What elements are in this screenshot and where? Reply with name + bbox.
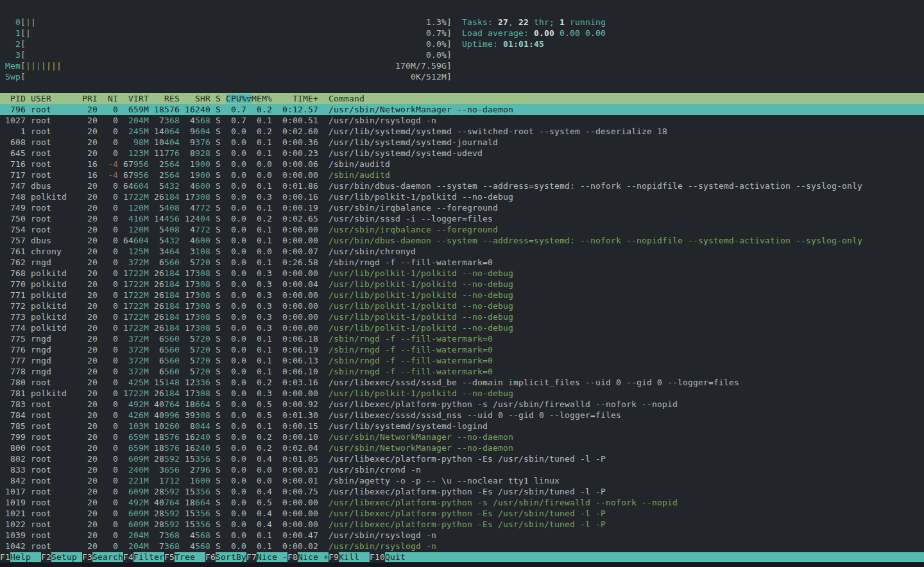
process-command: /usr/bin/dbus-daemon --system --address=… [329,181,862,191]
fkey-f1[interactable]: F1Help [0,552,41,562]
process-command: /usr/libexec/platform-python -s /usr/sbi… [329,399,678,409]
process-command: /sbin/rngd -f --fill-watermark=0 [329,345,493,354]
column-header-user[interactable]: USER [31,94,77,103]
process-row-1[interactable]: 1 root 20 0 245M 14064 9604 S 0.0 0.2 0:… [0,126,924,137]
process-row-645[interactable]: 645 root 20 0 123M 11776 8928 S 0.0 0.1 … [0,148,924,159]
process-command: /usr/libexec/sssd/sssd_nss --uid 0 --gid… [329,410,621,420]
cpu-0-meter: 0[|| 1.3%] [0,17,452,28]
process-command: /sbin/auditd [329,159,390,169]
process-command: /sbin/agetty -o -p -- \u --noclear tty1 … [329,476,560,485]
process-command: /usr/lib/systemd/systemd --switched-root… [329,126,667,136]
fkey-f10[interactable]: F10Quit [370,552,416,562]
column-header-cpu[interactable]: CPU%▽ [226,94,252,103]
process-row-1042[interactable]: 1042 root 20 0 204M 7368 4568 S 0.0 0.1 … [0,541,924,552]
process-row-777[interactable]: 777 rngd 20 0 372M 6560 5720 S 0.0 0.1 0… [0,355,924,366]
process-command: /usr/lib/polkit-1/polkitd --no-debug [329,388,513,398]
process-row-783[interactable]: 783 root 20 0 492M 40764 18664 S 0.0 0.5… [0,399,924,410]
process-rows: 796 root 20 0 659M 18576 16240 S 0.7 0.2… [0,104,924,552]
process-row-772[interactable]: 772 polkitd 20 0 1722M 26184 17308 S 0.0… [0,301,924,311]
process-row-750[interactable]: 750 root 20 0 416M 14456 12404 S 0.0 0.2… [0,213,924,224]
process-command: /usr/sbin/NetworkManager --no-daemon [329,105,513,114]
process-row-770[interactable]: 770 polkitd 20 0 1722M 26184 17308 S 0.0… [0,279,924,290]
process-row-784[interactable]: 784 root 20 0 426M 40996 39308 S 0.0 0.5… [0,410,924,421]
process-row-748[interactable]: 748 polkitd 20 0 1722M 26184 17308 S 0.0… [0,191,924,202]
process-command: /usr/sbin/irqbalance --foreground [329,203,498,213]
process-row-1019[interactable]: 1019 root 20 0 492M 40764 18664 S 0.0 0.… [0,497,924,508]
process-row-776[interactable]: 776 rngd 20 0 372M 6560 5720 S 0.0 0.1 0… [0,344,924,355]
cpu-1-meter: 1[| 0.7%] [0,28,452,39]
process-command: /usr/lib/polkit-1/polkitd --no-debug [329,290,513,300]
column-header-pri[interactable]: PRI [82,94,98,103]
column-header-mem[interactable]: MEM% [252,94,272,103]
column-header-res[interactable]: RES [154,94,180,103]
tasks-summary: Tasks: 27, 22 thr; 1 running [462,17,606,28]
process-command: /usr/lib/polkit-1/polkitd --no-debug [329,323,513,333]
process-row-842[interactable]: 842 root 20 0 221M 1712 1600 S 0.0 0.0 0… [0,475,924,486]
fkey-f5[interactable]: F5Tree [164,552,205,562]
fkey-f6[interactable]: F6SortBy [205,552,246,562]
process-table: PID USER PRI NI VIRT RES SHR S CPU%▽MEM%… [0,93,924,552]
process-row-757[interactable]: 757 dbus 20 0 64604 5432 4600 S 0.0 0.1 … [0,235,924,246]
process-row-771[interactable]: 771 polkitd 20 0 1722M 26184 17308 S 0.0… [0,290,924,301]
process-command: /usr/libexec/platform-python -Es /usr/sb… [329,509,606,518]
process-row-716[interactable]: 716 root 16 -4 67956 2564 1900 S 0.0 0.0… [0,159,924,170]
process-command: /usr/libexec/sssd/sssd_be --domain impli… [329,378,739,387]
process-row-785[interactable]: 785 root 20 0 103M 10260 8044 S 0.0 0.1 … [0,421,924,432]
function-key-bar: F1Help F2Setup F3SearchF4FilterF5Tree F6… [0,552,924,563]
process-row-608[interactable]: 608 root 20 0 98M 10404 9376 S 0.0 0.1 0… [0,137,924,148]
column-header-time[interactable]: TIME+ [277,94,323,103]
process-row-781[interactable]: 781 polkitd 20 0 1722M 26184 17308 S 0.0… [0,388,924,399]
process-row-1017[interactable]: 1017 root 20 0 609M 28592 15356 S 0.0 0.… [0,486,924,497]
fkey-f7[interactable]: F7Nice - [246,552,287,562]
process-row-780[interactable]: 780 root 20 0 425M 15148 12336 S 0.0 0.2… [0,377,924,388]
process-row-717[interactable]: 717 root 16 -4 67956 2564 1900 S 0.0 0.0… [0,170,924,180]
fkey-f4[interactable]: F4Filter [123,552,164,562]
process-row-768[interactable]: 768 polkitd 20 0 1722M 26184 17308 S 0.0… [0,268,924,279]
process-row-1039[interactable]: 1039 root 20 0 204M 7368 4568 S 0.0 0.1 … [0,530,924,541]
process-command: /usr/lib/polkit-1/polkitd --no-debug [329,192,513,202]
column-header-shr[interactable]: SHR [185,94,210,103]
table-header-row[interactable]: PID USER PRI NI VIRT RES SHR S CPU%▽MEM%… [0,93,924,104]
process-command: /usr/sbin/chronyd [329,247,416,256]
process-row-1021[interactable]: 1021 root 20 0 609M 28592 15356 S 0.0 0.… [0,508,924,519]
memory-meter: Mem[||||||| 170M/7.59G] [0,60,452,71]
column-header-pid[interactable]: PID [0,94,26,103]
process-command: /usr/sbin/crond -n [329,465,421,475]
process-command: /usr/libexec/platform-python -Es /usr/sb… [329,487,606,496]
process-row-749[interactable]: 749 root 20 0 120M 5408 4772 S 0.0 0.1 0… [0,202,924,213]
process-row-1022[interactable]: 1022 root 20 0 609M 28592 15356 S 0.0 0.… [0,519,924,530]
column-header-s[interactable]: S [216,94,221,103]
column-header-virt[interactable]: VIRT [123,94,149,103]
bottom-strip [0,563,924,567]
process-command: /usr/lib/systemd/systemd-journald [329,137,498,147]
process-row-761[interactable]: 761 chrony 20 0 125M 3464 3108 S 0.0 0.0… [0,246,924,257]
process-command: /usr/libexec/platform-python -s /usr/sbi… [329,498,678,507]
process-row-754[interactable]: 754 root 20 0 120M 5408 4772 S 0.0 0.1 0… [0,224,924,235]
process-row-762[interactable]: 762 rngd 20 0 372M 6560 5720 S 0.0 0.1 0… [0,257,924,268]
process-command: /sbin/rngd -f --fill-watermark=0 [329,367,493,376]
process-row-773[interactable]: 773 polkitd 20 0 1722M 26184 17308 S 0.0… [0,311,924,322]
process-row-800[interactable]: 800 root 20 0 659M 18576 16240 S 0.0 0.2… [0,442,924,453]
fkey-f8[interactable]: F8Nice + [287,552,329,562]
process-row-833[interactable]: 833 root 20 0 240M 3656 2796 S 0.0 0.0 0… [0,464,924,475]
process-row-775[interactable]: 775 rngd 20 0 372M 6560 5720 S 0.0 0.1 0… [0,333,924,344]
process-command: /sbin/rngd -f --fill-watermark=0 [329,334,493,344]
process-row-778[interactable]: 778 rngd 20 0 372M 6560 5720 S 0.0 0.1 0… [0,366,924,377]
column-header-ni[interactable]: NI [103,94,118,103]
fkey-f2[interactable]: F2Setup [41,552,82,562]
process-command: /usr/sbin/NetworkManager --no-daemon [329,432,513,442]
process-row-799[interactable]: 799 root 20 0 659M 18576 16240 S 0.0 0.2… [0,432,924,442]
fkey-f9[interactable]: F9Kill [329,552,370,562]
process-command: /usr/lib/polkit-1/polkitd --no-debug [329,301,513,311]
process-row-802[interactable]: 802 root 20 0 609M 28592 15356 S 0.0 0.4… [0,453,924,464]
process-command: /usr/sbin/irqbalance --foreground [329,225,498,234]
load-average: Load average: 0.00 0.00 0.00 [462,28,606,39]
process-command: /sbin/rngd -f --fill-watermark=0 [329,356,493,365]
process-command: /usr/lib/systemd/systemd-logind [329,421,488,431]
fkey-f3[interactable]: F3Search [82,552,123,562]
process-row-796[interactable]: 796 root 20 0 659M 18576 16240 S 0.7 0.2… [0,104,924,115]
process-row-774[interactable]: 774 polkitd 20 0 1722M 26184 17308 S 0.0… [0,322,924,333]
process-row-1027[interactable]: 1027 root 20 0 204M 7368 4568 S 0.7 0.1 … [0,115,924,126]
column-header-cmd[interactable]: Command [329,94,364,103]
process-row-747[interactable]: 747 dbus 20 0 64604 5432 4600 S 0.0 0.1 … [0,180,924,191]
